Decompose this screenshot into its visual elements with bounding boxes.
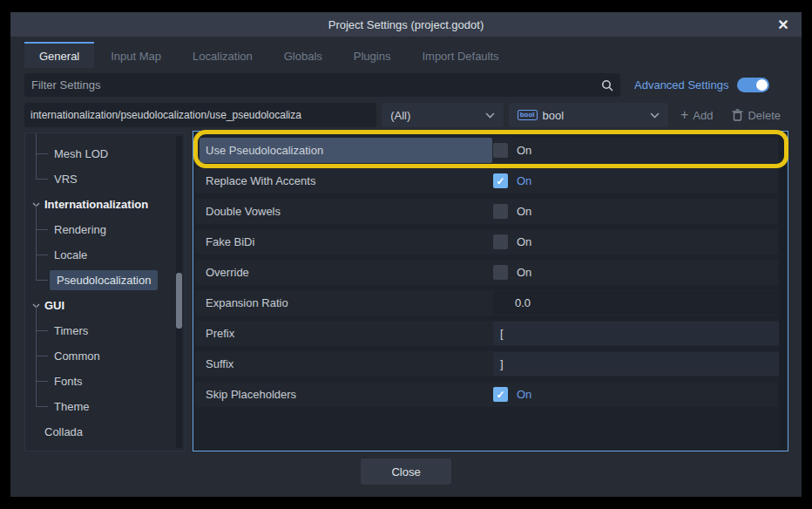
property-label: Suffix bbox=[206, 349, 233, 379]
tree-item-pseudolocalization[interactable]: Pseudolocalization bbox=[25, 268, 185, 293]
tab-localization[interactable]: Localization bbox=[178, 42, 267, 68]
chevron-down-icon bbox=[650, 112, 660, 119]
tree-item-vrs[interactable]: VRS bbox=[25, 166, 185, 192]
toggle-knob bbox=[756, 79, 768, 91]
feature-filter-value: (All) bbox=[390, 109, 484, 122]
tree-item-timers[interactable]: Timers bbox=[25, 318, 185, 343]
tree-item-theme[interactable]: Theme bbox=[25, 394, 185, 419]
trash-icon bbox=[732, 109, 743, 121]
sidebar-scrollbar-thumb[interactable] bbox=[176, 273, 182, 329]
property-label: Double Vowels bbox=[206, 196, 281, 227]
property-label: Skip Placeholders bbox=[206, 379, 296, 410]
type-select[interactable]: bool bool bbox=[509, 103, 668, 127]
feature-filter-select[interactable]: (All) bbox=[382, 103, 503, 127]
tree-item-fonts[interactable]: Fonts bbox=[25, 369, 185, 394]
on-label: On bbox=[517, 266, 531, 279]
property-label: Expansion Ratio bbox=[206, 288, 288, 318]
tree-item-common[interactable]: Common bbox=[25, 343, 185, 369]
add-button-label: Add bbox=[693, 109, 713, 122]
property-label: Override bbox=[206, 257, 249, 288]
type-value: bool bbox=[543, 109, 650, 122]
on-label: On bbox=[517, 235, 531, 248]
tab-globals[interactable]: Globals bbox=[269, 42, 337, 68]
on-label: On bbox=[517, 174, 531, 187]
advanced-settings-label: Advanced Settings bbox=[634, 78, 728, 92]
on-label: On bbox=[517, 205, 531, 218]
tree-item-gui[interactable]: GUI bbox=[25, 293, 185, 318]
window-close-icon[interactable]: ✕ bbox=[772, 12, 795, 37]
inspector-panel: Use Pseudolocalization On Replace With A… bbox=[193, 131, 788, 451]
close-button[interactable]: Close bbox=[361, 458, 451, 485]
filter-placeholder: Filter Settings bbox=[31, 78, 601, 92]
property-row-skip-placeholders: Skip Placeholders On bbox=[193, 379, 788, 410]
property-row-suffix: Suffix ] bbox=[193, 349, 788, 379]
plus-icon: + bbox=[680, 108, 688, 122]
delete-button[interactable]: Delete bbox=[725, 103, 788, 127]
property-row-expansion-ratio: Expansion Ratio 0.0 bbox=[193, 288, 788, 318]
delete-button-label: Delete bbox=[748, 109, 781, 122]
property-row-override: Override On bbox=[193, 257, 788, 288]
prefix-field[interactable]: [ bbox=[493, 322, 779, 345]
tab-general[interactable]: General bbox=[24, 42, 94, 68]
property-path-input[interactable]: internationalization/pseudolocalization/… bbox=[24, 103, 376, 127]
filter-settings-input[interactable]: Filter Settings bbox=[24, 73, 620, 97]
tab-bar: General Input Map Localization Globals P… bbox=[24, 42, 788, 68]
filter-bar: Filter Settings Advanced Settings bbox=[24, 73, 788, 97]
property-label: Replace With Accents bbox=[206, 166, 315, 196]
window-title: Project Settings (project.godot) bbox=[328, 18, 484, 31]
search-icon bbox=[601, 79, 613, 92]
property-row-fake-bidi: Fake BiDi On bbox=[193, 227, 788, 257]
on-label: On bbox=[517, 144, 531, 157]
property-row-use-pseudolocalization: Use Pseudolocalization On bbox=[193, 135, 788, 166]
property-row-double-vowels: Double Vowels On bbox=[193, 196, 788, 227]
add-button[interactable]: + Add bbox=[673, 103, 720, 127]
tree-item-locale[interactable]: Locale bbox=[25, 242, 185, 268]
tree-item-mesh-lod[interactable]: Mesh LOD bbox=[25, 141, 185, 166]
use-pseudolocalization-checkbox[interactable] bbox=[493, 143, 508, 158]
property-row-replace-with-accents: Replace With Accents On bbox=[193, 166, 788, 196]
tab-plugins[interactable]: Plugins bbox=[339, 42, 406, 68]
property-path-value: internationalization/pseudolocalization/… bbox=[30, 109, 301, 121]
expansion-ratio-field[interactable]: 0.0 bbox=[493, 291, 779, 315]
override-checkbox[interactable] bbox=[493, 265, 508, 280]
tree-item-internationalization[interactable]: Internationalization bbox=[25, 192, 185, 217]
fake-bidi-checkbox[interactable] bbox=[493, 234, 508, 249]
bool-type-icon: bool bbox=[518, 110, 538, 120]
advanced-settings-toggle[interactable] bbox=[737, 78, 769, 92]
double-vowels-checkbox[interactable] bbox=[493, 204, 508, 219]
settings-tree: Mesh LOD VRS Internationalization Render… bbox=[24, 132, 186, 451]
property-label[interactable]: Use Pseudolocalization bbox=[200, 138, 492, 163]
tree-item-rendering[interactable]: Rendering bbox=[25, 217, 185, 242]
property-row-prefix: Prefix [ bbox=[193, 318, 788, 349]
titlebar: Project Settings (project.godot) ✕ bbox=[10, 12, 802, 37]
replace-with-accents-checkbox[interactable] bbox=[493, 173, 508, 188]
tree-item-collada[interactable]: Collada bbox=[25, 419, 185, 445]
property-label: Fake BiDi bbox=[206, 227, 254, 257]
property-bar: internationalization/pseudolocalization/… bbox=[24, 103, 788, 127]
on-label: On bbox=[517, 388, 531, 401]
tab-import-defaults[interactable]: Import Defaults bbox=[407, 42, 513, 68]
skip-placeholders-checkbox[interactable] bbox=[493, 387, 508, 402]
project-settings-dialog: Project Settings (project.godot) ✕ Gener… bbox=[10, 12, 802, 497]
suffix-field[interactable]: ] bbox=[493, 352, 779, 376]
chevron-down-icon bbox=[485, 112, 495, 119]
inspector-scrollbar-track[interactable] bbox=[780, 133, 786, 449]
tab-input-map[interactable]: Input Map bbox=[96, 42, 176, 68]
property-label: Prefix bbox=[206, 318, 234, 349]
